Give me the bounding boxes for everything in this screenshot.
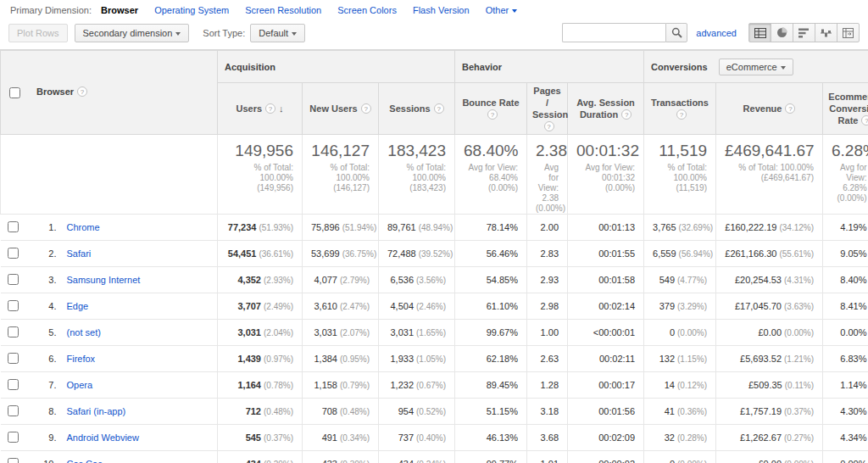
group-header-row: Browser Acquisition Behavior Conversions… <box>1 51 868 83</box>
row-checkbox-cell[interactable] <box>1 372 26 399</box>
sort-type-dropdown[interactable]: Default <box>250 24 305 42</box>
table-view-button[interactable] <box>748 23 771 42</box>
row-checkbox-cell[interactable] <box>1 320 26 346</box>
table-row: 6.Firefox 1,439(0.97%) 1,384(0.95%) 1,93… <box>1 346 868 372</box>
users-cell: 434(0.29%) <box>218 451 303 463</box>
column-header-browser[interactable]: Browser <box>1 51 218 135</box>
row-checkbox-cell[interactable] <box>1 241 26 267</box>
table-row: 8.Safari (in-app) 712(0.48%) 708(0.48%) … <box>1 399 868 425</box>
bounce-rate-cell: 99.77% <box>455 451 527 463</box>
column-header-new-users[interactable]: New Users <box>303 83 379 135</box>
summary-bounce-rate: 68.40%Avg for View: 68.40% (0.00%) <box>455 135 527 215</box>
row-checkbox[interactable] <box>8 326 19 337</box>
help-icon[interactable] <box>861 115 868 126</box>
column-header-avg-session-duration[interactable]: Avg. Session Duration <box>568 83 644 135</box>
row-checkbox[interactable] <box>8 274 19 285</box>
column-header-users[interactable]: Users <box>218 83 303 135</box>
row-checkbox-cell[interactable] <box>1 267 26 293</box>
pivot-view-button[interactable] <box>837 23 860 42</box>
browser-link[interactable]: Safari (in-app) <box>67 406 126 416</box>
dimension-tab-other[interactable]: Other <box>486 5 518 15</box>
primary-dimension-bar: Primary Dimension: Browser Operating Sys… <box>0 0 868 19</box>
row-checkbox-cell[interactable] <box>1 215 26 241</box>
bounce-rate-cell: 46.13% <box>455 425 527 451</box>
bounce-rate-cell: 78.14% <box>455 215 527 241</box>
help-icon[interactable] <box>544 121 554 131</box>
row-index: 6. <box>35 354 57 364</box>
secondary-dimension-dropdown[interactable]: Secondary dimension <box>75 24 190 42</box>
plot-rows-button[interactable]: Plot Rows <box>8 24 68 42</box>
row-checkbox[interactable] <box>8 353 19 364</box>
revenue-cell: £5,693.52(1.21%) <box>716 346 823 372</box>
bounce-rate-cell: 56.46% <box>455 241 527 267</box>
table-row: 5.(not set) 3,031(2.04%) 3,031(2.07%) 3,… <box>1 320 868 346</box>
column-header-transactions[interactable]: Transactions <box>644 83 716 135</box>
users-cell: 1,164(0.78%) <box>218 372 303 399</box>
browser-link[interactable]: Coc Coc <box>67 459 103 463</box>
row-checkbox-cell[interactable] <box>1 399 26 425</box>
browser-link[interactable]: Opera <box>67 380 93 390</box>
browser-link[interactable]: Edge <box>67 301 89 311</box>
row-index: 8. <box>35 406 57 416</box>
column-header-bounce-rate[interactable]: Bounce Rate <box>455 83 527 135</box>
column-header-ecommerce-conversion-rate[interactable]: Ecommerce Conversion Rate <box>823 83 868 135</box>
dimension-tab-browser[interactable]: Browser <box>101 5 138 15</box>
dimension-tab-operating-system[interactable]: Operating System <box>154 5 229 15</box>
pages-session-cell: 3.68 <box>527 425 568 451</box>
browser-link[interactable]: Samsung Internet <box>67 275 141 285</box>
bounce-rate-cell: 89.45% <box>455 372 527 399</box>
row-checkbox[interactable] <box>8 248 19 259</box>
dimension-tab-screen-colors[interactable]: Screen Colors <box>337 5 397 15</box>
row-checkbox[interactable] <box>8 379 19 390</box>
advanced-search-link[interactable]: advanced <box>696 28 737 38</box>
select-all-checkbox[interactable] <box>9 87 20 98</box>
browser-link[interactable]: (not set) <box>67 327 101 337</box>
toolbar-right: advanced <box>562 23 860 42</box>
column-header-sessions[interactable]: Sessions <box>379 83 455 135</box>
ecommerce-conversion-rate-cell: 9.05% <box>823 241 868 267</box>
view-switcher <box>748 23 860 42</box>
help-icon[interactable] <box>487 109 498 120</box>
row-index: 5. <box>35 327 57 337</box>
table-row: 4.Edge 3,707(2.49%) 3,610(2.47%) 4,504(2… <box>1 293 868 320</box>
pages-session-cell: 1.28 <box>527 372 568 399</box>
percentage-view-button[interactable] <box>771 23 793 42</box>
column-header-pages-session[interactable]: Pages / Session <box>527 83 568 135</box>
search-button[interactable] <box>665 23 687 42</box>
row-checkbox[interactable] <box>8 405 19 416</box>
search-input[interactable] <box>562 23 665 42</box>
row-checkbox[interactable] <box>8 221 19 232</box>
sessions-cell: 1,933(1.05%) <box>379 346 455 372</box>
row-checkbox-cell[interactable] <box>1 451 26 463</box>
browser-link[interactable]: Firefox <box>67 354 96 364</box>
users-cell: 3,707(2.49%) <box>218 293 303 320</box>
help-icon[interactable] <box>77 86 87 97</box>
row-checkbox[interactable] <box>8 432 19 443</box>
help-icon[interactable] <box>785 103 795 114</box>
summary-empty-cell <box>1 135 218 215</box>
browser-link[interactable]: Chrome <box>67 222 100 232</box>
help-icon[interactable] <box>621 109 632 120</box>
sessions-cell: 434(0.24%) <box>379 451 455 463</box>
report-table-container: Browser Acquisition Behavior Conversions… <box>0 49 868 463</box>
column-header-revenue[interactable]: Revenue <box>716 83 823 135</box>
report-table: Browser Acquisition Behavior Conversions… <box>0 50 868 463</box>
comparison-view-button[interactable] <box>815 23 837 42</box>
dimension-tab-flash-version[interactable]: Flash Version <box>413 5 470 15</box>
row-checkbox-cell[interactable] <box>1 293 26 320</box>
row-checkbox[interactable] <box>8 300 19 311</box>
dimension-tab-screen-resolution[interactable]: Screen Resolution <box>245 5 321 15</box>
group-header-conversions: Conversions eCommerce <box>644 51 868 83</box>
browser-link[interactable]: Android Webview <box>67 432 139 443</box>
conversions-goal-dropdown[interactable]: eCommerce <box>719 59 793 75</box>
row-checkbox-cell[interactable] <box>1 425 26 451</box>
row-checkbox[interactable] <box>8 458 19 463</box>
performance-view-button[interactable] <box>793 23 815 42</box>
help-icon[interactable] <box>361 103 371 114</box>
users-cell: 1,439(0.97%) <box>218 346 303 372</box>
row-checkbox-cell[interactable] <box>1 346 26 372</box>
help-icon[interactable] <box>265 103 275 114</box>
help-icon[interactable] <box>434 103 444 114</box>
browser-link[interactable]: Safari <box>67 248 92 259</box>
help-icon[interactable] <box>676 109 687 120</box>
